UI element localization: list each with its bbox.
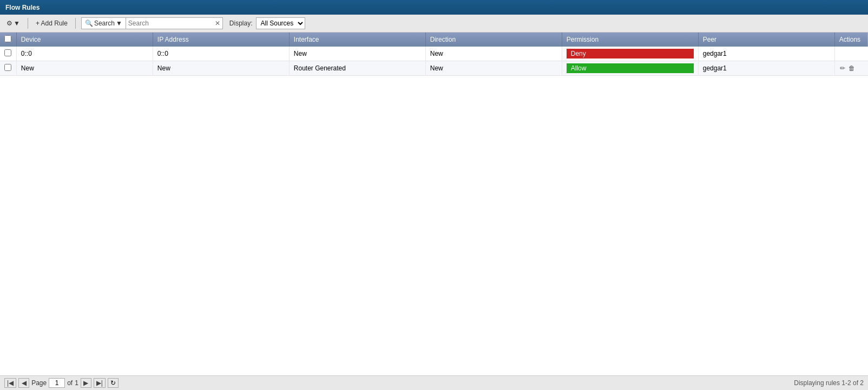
row-peer: gedgar1 bbox=[698, 47, 834, 61]
first-page-button[interactable]: |◀ bbox=[4, 378, 16, 388]
prev-page-button[interactable]: ◀ bbox=[18, 378, 29, 388]
display-label: Display: bbox=[229, 20, 253, 27]
search-type-label: Search bbox=[94, 20, 115, 27]
header-peer: Peer bbox=[698, 32, 834, 47]
row-actions: ✏ 🗑 bbox=[834, 61, 868, 76]
search-input[interactable] bbox=[126, 18, 213, 29]
search-icon: 🔍 bbox=[85, 20, 93, 27]
toolbar-separator-2 bbox=[75, 18, 76, 29]
next-page-button[interactable]: ▶ bbox=[81, 378, 91, 388]
flow-rules-table: Device IP Address Interface Direction Pe… bbox=[0, 32, 868, 76]
action-icons: ✏ 🗑 bbox=[839, 64, 864, 73]
displaying-text: Displaying rules 1-2 of 2 bbox=[794, 379, 864, 387]
edit-icon: ✏ bbox=[840, 64, 845, 72]
trash-icon: 🗑 bbox=[849, 64, 855, 72]
row-ip-address: 0::0 bbox=[153, 47, 289, 61]
table-header-row: Device IP Address Interface Direction Pe… bbox=[0, 32, 868, 47]
row-checkbox[interactable] bbox=[4, 49, 11, 56]
row-checkbox-cell bbox=[0, 61, 16, 76]
row-interface: Router Generated bbox=[289, 61, 425, 76]
page-label: Page bbox=[31, 379, 47, 387]
settings-dropdown-icon: ▼ bbox=[14, 20, 20, 27]
toolbar: ⚙ ▼ + Add Rule 🔍 Search ▼ ✕ Display: All… bbox=[0, 15, 868, 32]
search-clear-button[interactable]: ✕ bbox=[213, 18, 222, 29]
last-page-button[interactable]: ▶| bbox=[94, 378, 106, 388]
header-interface: Interface bbox=[289, 32, 425, 47]
row-device: 0::0 bbox=[16, 47, 153, 61]
sources-select[interactable]: All Sources Source 1 Source 2 bbox=[256, 17, 305, 29]
header-direction: Direction bbox=[425, 32, 562, 47]
search-group: 🔍 Search ▼ ✕ bbox=[81, 17, 223, 29]
page-input[interactable] bbox=[49, 378, 65, 388]
header-checkbox-cell bbox=[0, 32, 16, 47]
edit-action-button[interactable]: ✏ bbox=[839, 64, 846, 73]
row-direction: New bbox=[425, 61, 562, 76]
row-checkbox[interactable] bbox=[4, 64, 11, 71]
search-dropdown-icon: ▼ bbox=[116, 20, 122, 27]
search-type-button[interactable]: 🔍 Search ▼ bbox=[82, 18, 126, 29]
clear-icon: ✕ bbox=[215, 20, 220, 27]
row-ip-address: New bbox=[153, 61, 289, 76]
of-label: of bbox=[67, 379, 73, 387]
row-permission: Allow bbox=[562, 61, 698, 76]
footer: |◀ ◀ Page of 1 ▶ ▶| ↻ Displaying rules 1… bbox=[0, 375, 868, 390]
row-actions bbox=[834, 47, 868, 61]
table-container: Device IP Address Interface Direction Pe… bbox=[0, 32, 868, 375]
row-permission: Deny bbox=[562, 47, 698, 61]
gear-icon: ⚙ bbox=[6, 20, 12, 27]
add-rule-button[interactable]: + Add Rule bbox=[34, 18, 70, 28]
row-device: New bbox=[16, 61, 153, 76]
permission-allow-badge: Allow bbox=[567, 63, 694, 73]
settings-button[interactable]: ⚙ ▼ bbox=[4, 18, 22, 28]
header-permission: Permission bbox=[562, 32, 698, 47]
table-row: New New Router Generated New Allow gedga… bbox=[0, 61, 868, 76]
page-title: Flow Rules bbox=[5, 4, 40, 11]
delete-action-button[interactable]: 🗑 bbox=[848, 64, 856, 73]
refresh-icon: ↻ bbox=[110, 379, 116, 387]
refresh-button[interactable]: ↻ bbox=[108, 378, 119, 388]
row-interface: New bbox=[289, 47, 425, 61]
row-peer: gedgar1 bbox=[698, 61, 834, 76]
table-row: 0::0 0::0 New New Deny gedgar1 bbox=[0, 47, 868, 61]
table-body: 0::0 0::0 New New Deny gedgar1 bbox=[0, 47, 868, 76]
select-all-checkbox[interactable] bbox=[4, 35, 11, 42]
total-pages: 1 bbox=[75, 379, 78, 387]
header-actions: Actions bbox=[834, 32, 868, 47]
permission-deny-badge: Deny bbox=[567, 49, 694, 58]
header-device: Device bbox=[16, 32, 153, 47]
toolbar-separator-1 bbox=[28, 18, 28, 29]
row-direction: New bbox=[425, 47, 562, 61]
title-bar: Flow Rules bbox=[0, 0, 868, 15]
header-ip-address: IP Address bbox=[153, 32, 289, 47]
row-checkbox-cell bbox=[0, 47, 16, 61]
add-rule-label: + Add Rule bbox=[36, 20, 68, 27]
